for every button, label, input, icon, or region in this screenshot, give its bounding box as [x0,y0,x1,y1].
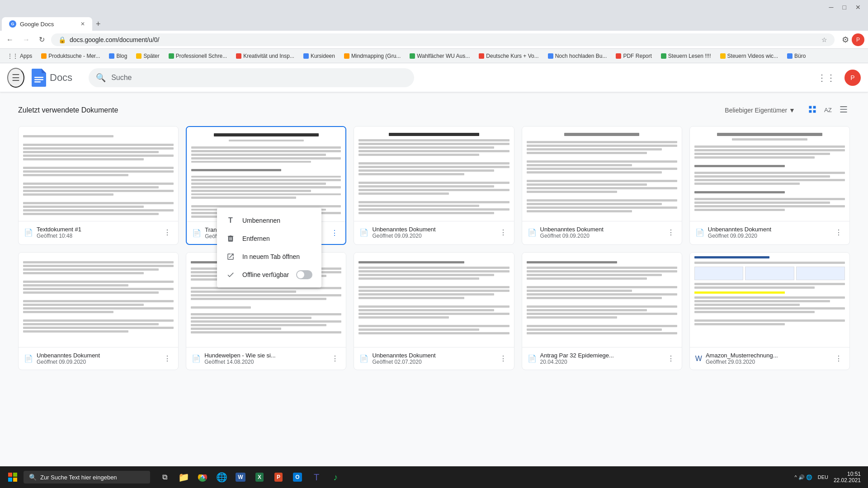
close-button[interactable]: ✕ [852,3,864,12]
start-button[interactable] [4,468,22,486]
bookmark-5[interactable]: Kreativität und Insp... [232,51,298,61]
taskbar-chrome[interactable] [193,468,212,486]
doc-more-btn-5[interactable]: ⋮ [162,352,173,365]
doc-card-5[interactable]: 📄 Unbenanntes Dokument Geöffnet 09.09.20… [18,252,179,370]
bookmark-2-icon [109,53,114,59]
taskbar-spotify[interactable]: ♪ [326,468,344,486]
bookmark-2[interactable]: Blog [105,51,131,61]
doc-card-2[interactable]: 📄 Unbenanntes Dokument Geöffnet 09.09.20… [354,126,514,245]
doc-more-btn-4[interactable]: ⋮ [833,226,844,239]
offline-check-icon [226,270,235,279]
context-menu-item-rename[interactable]: T Umbenennen [217,211,321,230]
svg-rect-2 [34,81,41,83]
refresh-button[interactable]: ↻ [36,33,47,46]
doc-more-btn-8[interactable]: ⋮ [665,352,676,365]
doc-card-8[interactable]: 📄 Antrag Par 32 Epidemiege... 20.04.2020… [522,252,682,370]
active-tab[interactable]: G Google Docs ✕ [2,17,92,31]
offline-toggle[interactable] [296,270,312,279]
extensions-button[interactable]: ⚙ [842,35,849,45]
doc-more-btn-1[interactable]: ⋮ [329,227,340,239]
taskbar-language: DEU [818,474,828,480]
doc-card-9[interactable]: W Amazon_Musterrechnung... Geöffnet 29.0… [689,252,850,370]
doc-type-icon-1: 📄 [192,229,201,237]
sort-button[interactable]: AZ [822,103,834,117]
doc-more-btn-3[interactable]: ⋮ [665,226,676,239]
bookmark-3-icon [136,53,142,59]
doc-date-9: Geöffnet 29.03.2020 [706,359,778,365]
doc-meta-3: 📄 Unbenanntes Dokument Geöffnet 09.09.20… [528,226,604,239]
doc-details-3: Unbenanntes Dokument Geöffnet 09.09.2020 [540,226,604,239]
grid-apps-button[interactable]: ⋮⋮ [814,69,839,87]
taskbar-excel[interactable]: X [250,468,269,486]
taskbar: 🔍 Zur Suche Text hier eingeben ⧉ 📁 🌐 W [0,466,868,488]
taskbar-apps-row: ⧉ 📁 🌐 W X P O [156,468,344,486]
context-menu-item-open-tab[interactable]: In neuem Tab öffnen [217,248,321,266]
doc-more-btn-9[interactable]: ⋮ [833,352,844,365]
bookmark-8[interactable]: Wahlfächer WU Aus... [406,51,473,61]
taskbar-outlook[interactable]: O [288,468,307,486]
doc-more-btn-0[interactable]: ⋮ [162,226,173,239]
bookmark-9-icon [479,53,484,59]
maximize-button[interactable]: □ [839,3,850,12]
doc-thumbnail-8 [522,253,682,347]
doc-card-7[interactable]: 📄 Unbenanntes Dokument Geöffnet 02.07.20… [354,252,514,370]
title-bar: ─ □ ✕ [0,0,868,14]
bookmark-1[interactable]: Produktsuche - Mer... [38,51,104,61]
window-controls: ─ □ ✕ [826,3,864,12]
doc-name-4: Unbenanntes Dokument [708,226,771,233]
list-view-button[interactable] [837,103,850,117]
doc-more-btn-6[interactable]: ⋮ [330,352,340,365]
doc-card-4[interactable]: 📄 Unbenanntes Dokument Geöffnet 09.09.20… [689,126,850,245]
minimize-button[interactable]: ─ [826,3,837,12]
bookmark-11[interactable]: PDF Report [612,51,655,61]
doc-card-0[interactable]: 📄 Textdokument #1 Geöffnet 10:48 ⋮ [18,126,179,245]
bookmark-7[interactable]: Mindmapping (Gru... [340,51,404,61]
doc-more-btn-2[interactable]: ⋮ [498,226,509,239]
trash-icon [226,234,235,243]
context-menu-item-remove[interactable]: Entfernen [217,230,321,248]
task-view-button[interactable]: ⧉ [156,468,174,486]
profile-button[interactable]: P [852,33,864,46]
bookmark-13[interactable]: Steuern Videos wic... [717,51,782,61]
main-content: Zuletzt verwendete Dokumente Beliebiger … [0,92,868,381]
bookmark-3[interactable]: Später [132,51,163,61]
grid-view-button[interactable] [806,103,819,117]
doc-date-3: Geöffnet 09.09.2020 [540,233,604,239]
bookmark-14[interactable]: Büro [783,51,809,61]
bookmark-apps[interactable]: ⋮⋮ Apps [4,51,36,61]
doc-details-4: Unbenanntes Dokument Geöffnet 09.09.2020 [708,226,771,239]
doc-card-3[interactable]: 📄 Unbenanntes Dokument Geöffnet 09.09.20… [522,126,682,245]
doc-details-5: Unbenanntes Dokument Geöffnet 09.09.2020 [37,352,100,365]
taskbar-powerpoint[interactable]: P [269,468,288,486]
context-menu-item-offline[interactable]: Offline verfügbar [217,266,321,284]
doc-details-7: Unbenanntes Dokument Geöffnet 02.07.2020 [372,352,435,365]
hamburger-menu-button[interactable]: ☰ [7,68,24,88]
task-view-icon: ⧉ [162,473,167,481]
taskbar-search-box[interactable]: 🔍 Zur Suche Text hier eingeben [24,471,150,483]
taskbar-teams[interactable]: T [307,468,326,486]
bookmark-6[interactable]: Kursideen [300,51,339,61]
back-button[interactable]: ← [4,34,16,46]
view-icons: AZ [806,103,850,117]
rename-icon: T [226,216,235,225]
taskbar-edge[interactable]: 🌐 [212,468,231,486]
user-avatar[interactable]: P [844,70,861,86]
owner-filter[interactable]: Beliebiger Eigentümer ▼ [719,104,801,117]
taskbar-word[interactable]: W [231,468,250,486]
taskbar-sys-tray: ^ 🔊 🌐 DEU 10:51 22.02.2021 [791,471,864,483]
taskbar-file-explorer[interactable]: 📁 [175,468,193,486]
bookmark-10[interactable]: Noch hochladen Bu... [544,51,611,61]
teams-icon: T [314,472,319,483]
doc-name-9: Amazon_Musterrechnung... [706,352,778,359]
bookmark-9[interactable]: Deutsche Kurs + Vo... [475,51,542,61]
doc-more-btn-7[interactable]: ⋮ [498,352,509,365]
doc-meta-4: 📄 Unbenanntes Dokument Geöffnet 09.09.20… [695,226,771,239]
bookmark-4[interactable]: Professionell Schre... [165,51,231,61]
address-bar[interactable]: 🔒 docs.google.com/document/u/0/ ☆ [51,33,835,46]
tab-close-icon[interactable]: ✕ [80,21,85,27]
bookmark-12[interactable]: Steuern Lesen !!!! [657,51,715,61]
forward-button[interactable]: → [20,34,33,46]
new-tab-button[interactable]: + [92,18,104,31]
search-box[interactable]: 🔍 Suche [89,68,414,87]
bookmark-star-icon[interactable]: ☆ [821,36,827,43]
